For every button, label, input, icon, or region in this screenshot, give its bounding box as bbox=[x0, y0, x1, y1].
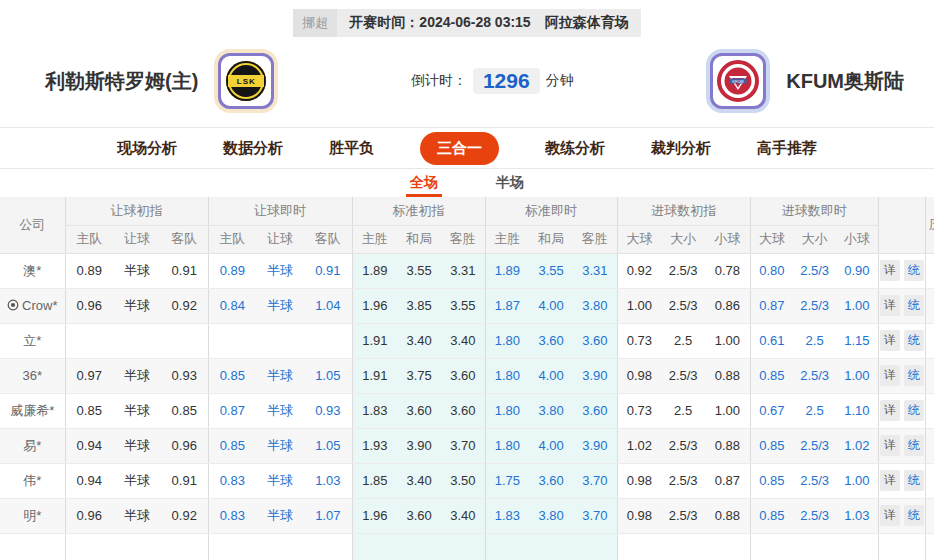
table-row: 36*0.97半球0.930.85半球1.051.913.753.601.804… bbox=[0, 358, 934, 393]
detail-button[interactable]: 详 bbox=[880, 365, 900, 386]
clipped-column-header: 历 bbox=[925, 197, 934, 253]
std_live-cell: 1.80 bbox=[485, 428, 529, 463]
detail-button[interactable]: 详 bbox=[880, 505, 900, 526]
std_live-cell: 1.80 bbox=[485, 358, 529, 393]
handicap_initial-cell bbox=[113, 323, 161, 358]
std_initial-cell: 1.93 bbox=[352, 428, 397, 463]
table-row: 伟*0.94半球0.910.83半球1.031.853.403.501.753.… bbox=[0, 463, 934, 498]
detail-column-header bbox=[878, 197, 925, 253]
goals_initial-cell: 2.5/3 bbox=[661, 463, 705, 498]
detail-button[interactable]: 详 bbox=[880, 400, 900, 421]
table-row: 立*1.913.403.401.803.603.600.732.51.000.6… bbox=[0, 323, 934, 358]
goals_initial-cell: 0.98 bbox=[617, 358, 661, 393]
goals_initial-cell: 2.5 bbox=[661, 393, 705, 428]
company-header: 公司 bbox=[0, 197, 65, 253]
countdown: 倒计时： 1296 分钟 bbox=[411, 68, 574, 94]
actions-cell: 详统 bbox=[878, 498, 925, 533]
subcol-label: 主胜 bbox=[352, 225, 397, 253]
clipped-cell bbox=[925, 323, 934, 358]
stats-button[interactable]: 统 bbox=[904, 330, 924, 351]
stats-button[interactable]: 统 bbox=[904, 470, 924, 491]
subcol-label: 小球 bbox=[705, 225, 750, 253]
stats-button[interactable]: 统 bbox=[904, 260, 924, 281]
ball-icon bbox=[7, 299, 19, 311]
detail-button[interactable]: 详 bbox=[880, 435, 900, 456]
actions-cell: 详统 bbox=[878, 253, 925, 288]
handicap_initial-cell: 0.89 bbox=[65, 253, 113, 288]
detail-button[interactable]: 详 bbox=[880, 330, 900, 351]
goals_initial-cell: 0.86 bbox=[705, 288, 750, 323]
stats-button[interactable]: 统 bbox=[904, 400, 924, 421]
goals_live-cell: 2.5/3 bbox=[793, 498, 836, 533]
goals_initial-cell: 0.73 bbox=[617, 323, 661, 358]
tab-half-match[interactable]: 半场 bbox=[492, 169, 528, 197]
goals_initial-cell: 2.5/3 bbox=[661, 358, 705, 393]
std_live-cell: 4.00 bbox=[529, 428, 573, 463]
tab-coach-analysis[interactable]: 教练分析 bbox=[545, 132, 605, 165]
goals_live-cell: 0.61 bbox=[750, 323, 793, 358]
company-cell: 明* bbox=[0, 498, 65, 533]
std_live-cell: 3.80 bbox=[529, 393, 573, 428]
goals_initial-cell: 0.98 bbox=[617, 463, 661, 498]
company-cell bbox=[0, 533, 65, 560]
group-handicap-initial: 让球初指 bbox=[65, 197, 208, 225]
tab-data-analysis[interactable]: 数据分析 bbox=[223, 132, 283, 165]
tab-three-in-one[interactable]: 三合一 bbox=[420, 132, 499, 165]
away-team-name: KFUM奥斯陆 bbox=[786, 68, 904, 95]
handicap_initial-cell: 半球 bbox=[113, 358, 161, 393]
handicap_initial-cell: 0.92 bbox=[161, 498, 208, 533]
std_live-cell: 3.60 bbox=[573, 323, 617, 358]
handicap_initial-cell: 半球 bbox=[113, 498, 161, 533]
tab-live-analysis[interactable]: 现场分析 bbox=[117, 132, 177, 165]
std_initial-cell: 3.60 bbox=[441, 358, 485, 393]
stats-button[interactable]: 统 bbox=[904, 435, 924, 456]
goals_live-cell: 1.03 bbox=[836, 498, 878, 533]
handicap_live-cell: 1.05 bbox=[304, 428, 352, 463]
std_initial-cell: 3.55 bbox=[397, 253, 441, 288]
tab-expert-picks[interactable]: 高手推荐 bbox=[757, 132, 817, 165]
tab-full-match[interactable]: 全场 bbox=[406, 169, 442, 197]
group-handicap-live: 让球即时 bbox=[208, 197, 352, 225]
actions-cell: 详统 bbox=[878, 288, 925, 323]
std_initial-cell: 3.31 bbox=[441, 253, 485, 288]
goals_live-cell: 0.85 bbox=[750, 428, 793, 463]
goals_live-cell: 0.85 bbox=[750, 358, 793, 393]
std_live-cell: 1.75 bbox=[485, 463, 529, 498]
std_initial-cell: 3.40 bbox=[441, 498, 485, 533]
company-cell: 36* bbox=[0, 358, 65, 393]
stats-button[interactable]: 统 bbox=[904, 505, 924, 526]
handicap_live-cell: 1.05 bbox=[304, 358, 352, 393]
detail-button[interactable]: 详 bbox=[880, 470, 900, 491]
handicap_initial-cell: 半球 bbox=[113, 428, 161, 463]
std_initial-cell: 1.96 bbox=[352, 498, 397, 533]
std_live-cell: 3.90 bbox=[573, 428, 617, 463]
std_initial-cell: 1.91 bbox=[352, 323, 397, 358]
goals_initial-cell: 1.00 bbox=[705, 323, 750, 358]
company-name: 易* bbox=[23, 438, 41, 453]
std_initial-cell: 3.40 bbox=[441, 323, 485, 358]
subcol-label: 和局 bbox=[529, 225, 573, 253]
subcol-label: 大球 bbox=[617, 225, 661, 253]
handicap_initial-cell: 0.91 bbox=[161, 463, 208, 498]
group-standard-initial: 标准初指 bbox=[352, 197, 485, 225]
std_initial-cell: 3.55 bbox=[441, 288, 485, 323]
subcol-label: 小球 bbox=[836, 225, 878, 253]
handicap_live-cell: 半球 bbox=[256, 393, 304, 428]
goals_live-cell: 2.5/3 bbox=[793, 253, 836, 288]
tab-referee-analysis[interactable]: 裁判分析 bbox=[651, 132, 711, 165]
std_initial-cell: 3.60 bbox=[441, 393, 485, 428]
subcol-label: 让球 bbox=[256, 225, 304, 253]
detail-button[interactable]: 详 bbox=[880, 295, 900, 316]
tab-win-draw-lose[interactable]: 胜平负 bbox=[329, 132, 374, 165]
goals_initial-cell: 0.88 bbox=[705, 428, 750, 463]
goals_initial-cell: 0.73 bbox=[617, 393, 661, 428]
company-name: 立* bbox=[23, 333, 41, 348]
subcol-label: 让球 bbox=[113, 225, 161, 253]
scope-tabs: 全场 半场 bbox=[0, 168, 934, 197]
stats-button[interactable]: 统 bbox=[904, 365, 924, 386]
std_initial-cell: 1.89 bbox=[352, 253, 397, 288]
company-name: 澳* bbox=[23, 263, 41, 278]
stats-button[interactable]: 统 bbox=[904, 295, 924, 316]
goals_live-cell: 2.5/3 bbox=[793, 428, 836, 463]
detail-button[interactable]: 详 bbox=[880, 260, 900, 281]
